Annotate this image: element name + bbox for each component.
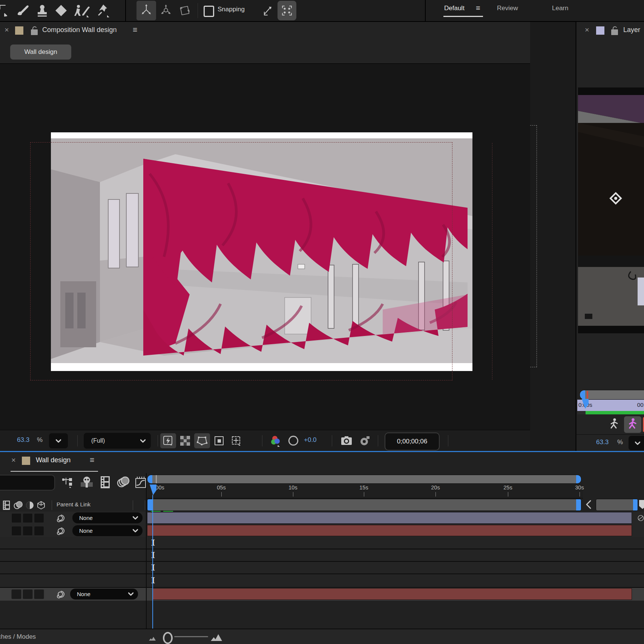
layer-switch-box[interactable] <box>11 526 21 536</box>
comp-panel-color-tab[interactable] <box>15 26 23 35</box>
layer-row-5[interactable]: I <box>0 562 644 574</box>
region-of-interest-button[interactable] <box>212 433 226 448</box>
layer-switch-box[interactable] <box>11 589 21 599</box>
work-area-bar[interactable] <box>147 499 581 511</box>
playhead-icon[interactable] <box>149 485 157 497</box>
exposure-value[interactable]: +0.0 <box>304 436 317 444</box>
fast-previews-button[interactable] <box>160 433 176 448</box>
navigator-left-cap[interactable] <box>580 390 585 399</box>
transparency-grid-button[interactable] <box>178 433 192 448</box>
mask-visibility-button[interactable] <box>194 433 210 448</box>
layer-row-7-selected[interactable]: None <box>0 588 644 601</box>
layer-switch-box[interactable] <box>23 513 33 523</box>
navigator-right-cap[interactable] <box>576 475 581 483</box>
roto-brush-tool-icon[interactable] <box>72 2 91 19</box>
layer-row-2[interactable]: None <box>0 524 644 538</box>
walk-cycle-icon[interactable] <box>607 417 621 432</box>
channel-rgb-button[interactable] <box>268 433 284 448</box>
guides-target-button[interactable] <box>228 433 245 448</box>
local-axis-mode-button[interactable] <box>136 1 156 20</box>
layer-switch-box[interactable] <box>23 589 33 599</box>
layer-switch-box[interactable] <box>34 589 44 599</box>
work-area-left-cap[interactable] <box>147 499 152 511</box>
layer-duration-bar-violet[interactable] <box>147 512 632 524</box>
quality-icon-partial[interactable] <box>636 512 644 524</box>
snapping-checkbox[interactable] <box>204 6 214 17</box>
toggle-switches-modes-label[interactable]: ches / Modes <box>0 633 36 641</box>
workspace-tab-review[interactable]: Review <box>497 5 518 12</box>
shy-icon[interactable] <box>78 475 95 490</box>
layer-panel-close-icon[interactable]: × <box>585 26 589 34</box>
zoom-out-mountain-icon[interactable] <box>148 634 159 642</box>
show-snapshot-button[interactable] <box>357 433 373 448</box>
pan-behind-region-button[interactable] <box>278 1 296 20</box>
layer-row-1[interactable]: None <box>0 512 644 525</box>
horizontal-scrollbar[interactable] <box>596 499 638 511</box>
timeline-tab-label[interactable]: Wall design <box>36 456 71 464</box>
comp-zoom-dropdown-button[interactable] <box>49 433 68 448</box>
layer-row-3[interactable]: I <box>0 537 644 549</box>
timecode-display[interactable]: 0;00;00;06 <box>385 432 440 451</box>
zoom-in-mountain-icon[interactable] <box>210 632 224 642</box>
comp-panel-menu-icon[interactable]: ≡ <box>133 25 137 34</box>
frame-blending-icon[interactable] <box>97 475 113 490</box>
unlock-icon[interactable] <box>610 25 619 36</box>
time-ruler[interactable]: 0:00s 05s 10s 15s 20s 25s 30s <box>147 484 583 498</box>
scrollbar-right-cap[interactable] <box>633 499 638 511</box>
playhead-line[interactable] <box>152 495 153 629</box>
timeline-color-tab[interactable] <box>22 457 30 465</box>
workspace-default-menu-icon[interactable]: ≡ <box>476 4 480 12</box>
left-right-pane-divider[interactable] <box>146 473 147 629</box>
motion-blur-column-icon[interactable] <box>13 500 24 511</box>
eraser-tool-icon[interactable] <box>53 2 69 19</box>
selection-tool-icon[interactable] <box>0 3 8 17</box>
comp-zoom-value[interactable]: 63.3 <box>17 436 29 444</box>
workspace-tab-learn[interactable]: Learn <box>552 5 568 12</box>
motion-blur-icon[interactable] <box>115 475 131 490</box>
comp-panel-close-icon[interactable]: × <box>5 26 9 34</box>
layer-zoom-value[interactable]: 63.3 <box>596 439 609 446</box>
resolution-dropdown[interactable]: (Full) <box>84 433 151 449</box>
mini-flowchart-icon[interactable] <box>60 475 75 490</box>
layer-playhead-icon[interactable] <box>581 399 589 410</box>
brush-tool-icon[interactable] <box>14 2 31 19</box>
view-axis-mode-button[interactable] <box>176 1 194 20</box>
puppet-pin-tool-icon[interactable] <box>94 2 112 19</box>
navigator-left-cap[interactable] <box>147 475 152 483</box>
workspace-tab-default[interactable]: Default <box>444 5 465 12</box>
frame-blending-column-icon[interactable] <box>1 500 12 511</box>
zoom-about-cursor-icon[interactable] <box>259 4 274 18</box>
layer-zoom-dropdown-button[interactable] <box>629 436 644 450</box>
layer-time-navigator[interactable] <box>580 390 644 400</box>
timeline-empty-area[interactable] <box>0 601 644 629</box>
take-snapshot-button[interactable] <box>339 433 354 448</box>
parent-dropdown[interactable]: None <box>72 512 143 523</box>
timeline-menu-icon[interactable]: ≡ <box>90 455 94 465</box>
comp-tab-wall-design[interactable]: Wall design <box>10 44 71 60</box>
clone-stamp-tool-icon[interactable] <box>34 2 51 19</box>
3d-layer-column-icon[interactable] <box>35 500 47 511</box>
comp-viewport[interactable] <box>0 63 530 452</box>
work-area-right-cap[interactable] <box>576 499 581 511</box>
layer-switch-box[interactable] <box>23 526 33 536</box>
timeline-search-input[interactable] <box>0 475 55 491</box>
world-axis-mode-button[interactable] <box>157 1 175 20</box>
adjustment-layer-column-icon[interactable] <box>24 500 35 511</box>
layer-view-image[interactable] <box>578 87 644 333</box>
pick-whip-icon[interactable] <box>56 513 66 523</box>
pick-whip-icon[interactable] <box>56 589 66 600</box>
layer-row-6[interactable]: I <box>0 574 644 588</box>
layer-panel-color-tab[interactable] <box>596 26 604 35</box>
layer-switch-box[interactable] <box>34 513 44 523</box>
comp-marker-bin-icon[interactable] <box>639 500 644 509</box>
layer-switch-box[interactable] <box>11 513 21 523</box>
parent-dropdown[interactable]: None <box>72 525 143 536</box>
parent-dropdown[interactable]: None <box>70 589 138 600</box>
time-navigator-bar[interactable] <box>147 475 581 484</box>
exposure-aperture-icon[interactable] <box>286 433 301 448</box>
timeline-close-icon[interactable]: × <box>11 456 16 465</box>
collapse-chevron-icon[interactable] <box>584 499 593 510</box>
layer-switch-box[interactable] <box>34 526 44 536</box>
unlock-icon[interactable] <box>29 25 39 36</box>
layer-row-4[interactable]: I <box>0 549 644 562</box>
